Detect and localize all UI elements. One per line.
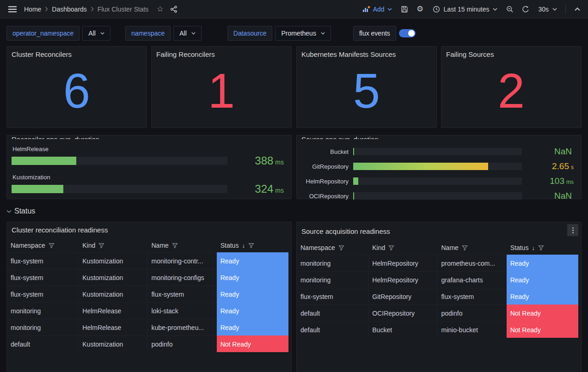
flux-events-label: flux events (353, 26, 396, 41)
chevron-down-icon (321, 32, 325, 35)
table-row: flux-system Kustomization flux-system Re… (7, 286, 288, 302)
variable-select-datasource[interactable]: Prometheus (275, 26, 331, 41)
bar-value-number: NaN (554, 191, 572, 201)
table: Namespace Kind Name Status ↓ mo (297, 241, 581, 338)
bar-track (12, 157, 227, 165)
bar-label: GitRepository (301, 163, 353, 170)
filter-icon[interactable] (248, 243, 254, 249)
menu-toggle-button[interactable] (6, 2, 19, 17)
share-button[interactable] (167, 2, 181, 17)
zoom-out-icon (506, 6, 514, 13)
bar-value-unit: ms (566, 179, 574, 185)
panel-title[interactable]: Kubernetes Manifests Sources (297, 47, 436, 58)
zoom-out-time-button[interactable] (503, 2, 517, 17)
cell-kind: OCIRepository (368, 305, 437, 321)
panel-title[interactable]: Source acquisition readiness (297, 224, 395, 235)
column-header-namespace[interactable]: Namespace (7, 238, 79, 252)
cell-status: Ready (507, 255, 578, 271)
filter-icon[interactable] (98, 243, 104, 249)
breadcrumb-home[interactable]: Home (24, 6, 41, 13)
column-header-kind[interactable]: Kind (79, 238, 147, 252)
refresh-dashboard-button[interactable] (519, 2, 533, 17)
cell-namespace: monitoring (7, 302, 79, 319)
filter-icon[interactable] (462, 245, 468, 251)
bar-gauge-row: HelmRepository 103ms (301, 176, 576, 186)
bar-value-number: NaN (554, 146, 572, 156)
cell-kind: HelmRelease (79, 319, 147, 335)
add-button[interactable]: Add (359, 2, 396, 17)
cell-status: Not Ready (507, 321, 578, 338)
cell-namespace: monitoring (297, 255, 368, 271)
sort-desc-icon[interactable]: ↓ (242, 242, 245, 249)
column-header-name[interactable]: Name (147, 238, 216, 252)
cell-status: Ready (217, 252, 288, 269)
cell-kind: GitRepository (368, 288, 437, 305)
breadcrumb: Home Dashboards Flux Cluster Stats (24, 6, 148, 13)
bar-gauge: Bucket NaN GitRepository 2.65s (297, 139, 581, 206)
filter-icon[interactable] (388, 245, 394, 251)
stat-value: 5 (297, 58, 436, 128)
variable-select-namespace[interactable]: All (173, 26, 202, 41)
cell-name: flux-system (147, 286, 216, 302)
cell-status: Ready (217, 302, 288, 319)
variable-value: All (88, 30, 96, 37)
favorite-button[interactable]: ☆ (153, 2, 167, 17)
column-header-kind[interactable]: Kind (368, 241, 437, 255)
bar-value-unit: ms (275, 187, 284, 194)
column-header-name[interactable]: Name (437, 241, 506, 255)
cell-kind: HelmRepository (368, 255, 437, 271)
panel-title[interactable]: Reconciler ops avg. duration (7, 135, 291, 139)
top-toolbar: Home Dashboards Flux Cluster Stats ☆ Add (0, 0, 588, 18)
panel-menu-button[interactable] (567, 224, 578, 236)
bar-label: HelmRepository (301, 178, 353, 185)
filter-icon[interactable] (172, 243, 178, 249)
dashboard-submenu: operator_namespace All namespace All Dat… (0, 18, 588, 41)
table-row: monitoring HelmRepository prometheus-com… (297, 255, 578, 271)
filter-icon[interactable] (538, 245, 544, 251)
panel-title[interactable]: Failing Reconcilers (152, 47, 291, 58)
column-label: Namespace (300, 244, 335, 251)
panel-title[interactable]: Cluster reconciliation readiness (7, 222, 112, 234)
panel-failing-sources: Failing Sources 2 (441, 46, 582, 128)
variable-select-operator-namespace[interactable]: All (82, 26, 110, 41)
panel-cluster-reconcilers: Cluster Reconcilers 6 (6, 46, 147, 128)
collapse-toolbar-button[interactable] (570, 2, 584, 17)
cell-status: Not Ready (217, 335, 288, 352)
save-dashboard-button[interactable] (398, 2, 411, 17)
star-icon: ☆ (157, 4, 164, 14)
time-range-picker[interactable]: Last 15 minutes (429, 2, 502, 17)
filter-icon[interactable] (338, 245, 344, 251)
table-row: flux-system Kustomization monitoring-con… (7, 252, 288, 269)
bar-gauge: HelmRelease 388ms Kustomization (7, 139, 291, 200)
cell-kind: HelmRepository (368, 271, 437, 288)
table-header-row: Namespace Kind Name Status ↓ (297, 241, 578, 255)
dashboard-canvas: Cluster Reconcilers 6 Failing Reconciler… (0, 0, 588, 372)
panel-title[interactable]: Source ops avg. duration (297, 135, 581, 139)
filter-icon[interactable] (49, 243, 55, 249)
breadcrumb-dashboards[interactable]: Dashboards (52, 6, 87, 13)
bar-fill (353, 177, 358, 185)
sort-desc-icon[interactable]: ↓ (532, 244, 535, 251)
cell-status: Ready (507, 271, 578, 288)
time-range-label: Last 15 minutes (444, 6, 490, 13)
column-header-namespace[interactable]: Namespace (297, 241, 368, 255)
cell-name: kube-prometheu... (147, 319, 216, 335)
cell-name: grafana-charts (437, 271, 506, 288)
kebab-icon (572, 227, 574, 229)
column-header-status[interactable]: Status ↓ (507, 241, 578, 255)
row-status-collapse[interactable]: Status (6, 205, 35, 217)
cell-name: monitoring-contr... (147, 252, 216, 269)
dashboard-settings-button[interactable]: ⚙ (413, 2, 427, 17)
clock-icon (433, 6, 440, 13)
bar-value: 103ms (522, 176, 576, 186)
chevron-up-icon (575, 7, 580, 11)
panel-title[interactable]: Failing Sources (441, 47, 581, 58)
cell-name: podinfo (437, 305, 506, 321)
column-header-status[interactable]: Status ↓ (217, 238, 288, 252)
flux-events-toggle[interactable] (399, 29, 416, 37)
panel-kubernetes-manifests-sources: Kubernetes Manifests Sources 5 (296, 46, 437, 128)
bar-gauge-row: Kustomization 324ms (12, 174, 287, 195)
gear-icon: ⚙ (416, 5, 423, 13)
panel-title[interactable]: Cluster Reconcilers (7, 47, 147, 58)
refresh-interval-select[interactable]: 30s (534, 2, 561, 17)
